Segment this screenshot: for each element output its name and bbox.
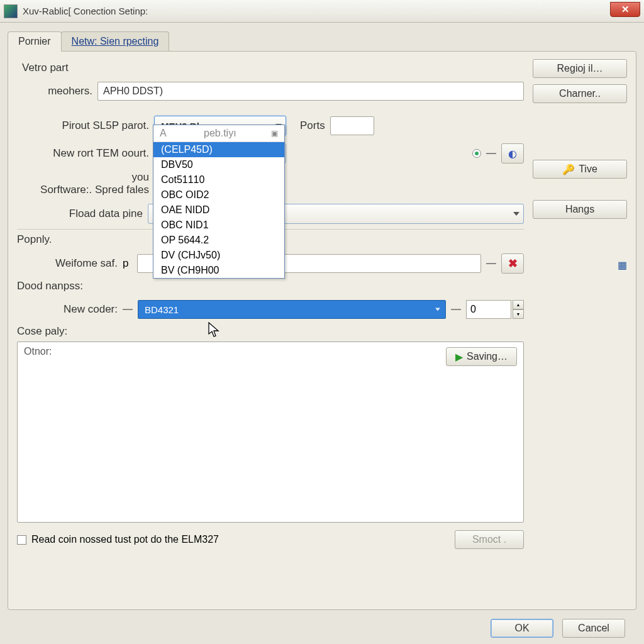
dropdown-option[interactable]: OBC NID1	[153, 218, 284, 233]
grid-icon[interactable]: ▦	[618, 259, 627, 271]
charner-button[interactable]: Charner..	[533, 84, 627, 103]
side-column: Regioj il… Charner.. 🔑 Tive Hangs ▦	[533, 59, 627, 603]
saving-button[interactable]: ▶ Saving…	[446, 347, 517, 366]
group-vetro: Vetro part	[22, 62, 524, 74]
spin-up[interactable]: ▲	[513, 300, 524, 309]
dropdown-option[interactable]: Cot51110	[153, 172, 284, 187]
label-meohers: meohers.	[17, 85, 92, 97]
dropdown-option[interactable]: OP 5644.2	[153, 233, 284, 248]
group-dood: Dood nanpss:	[17, 280, 524, 292]
radio-option[interactable]	[472, 149, 481, 158]
dialog-window: Xuv-Rablic[ Conection Setinp: Pornier Ne…	[0, 0, 644, 644]
coder-combo[interactable]: BD4321	[138, 300, 446, 319]
close-button[interactable]	[610, 2, 640, 17]
label-fload: Fload data pine	[17, 208, 143, 220]
label-software: Sorftware:. Spred fales	[17, 184, 149, 196]
dropdown-option[interactable]: DBV50	[153, 157, 284, 172]
client-area: Pornier Netw: Sien rpecting Vetro part m…	[0, 23, 644, 644]
label-newcoder: New coder:	[17, 303, 118, 316]
chevron-down-icon	[513, 212, 519, 216]
label-ports: Ports	[300, 119, 325, 132]
label-weifome: Weifome saf.	[17, 257, 118, 270]
coder-combo-value: BD4321	[145, 304, 179, 315]
tab-strip: Pornier Netw: Sien rpecting	[8, 31, 636, 51]
regio-button[interactable]: Regioj il…	[533, 59, 627, 78]
form-column: Vetro part meohers. Pirout SL5P parot. M…	[17, 59, 524, 603]
tab-netw[interactable]: Netw: Sien rpecting	[61, 31, 170, 51]
dropdown-list: A peb.tiyı ▣ (CELP45D) DBV50 Cot51110 OB…	[153, 125, 285, 279]
spin-input[interactable]	[466, 300, 511, 319]
dropdown-header: A peb.tiyı ▣	[153, 125, 284, 142]
dropdown-option[interactable]: (CELP45D)	[153, 142, 284, 157]
hangs-button[interactable]: Hangs	[533, 200, 627, 219]
elm327-checkbox[interactable]	[17, 535, 26, 545]
smoct-button[interactable]: Smoct .	[455, 530, 524, 549]
key-icon: 🔑	[562, 164, 575, 175]
clear-button[interactable]: ✖	[501, 253, 524, 274]
dropdown-option[interactable]: BV (CH9H00	[153, 263, 284, 278]
label-you: you	[17, 171, 149, 184]
dropdown-option[interactable]: DV (CHJv50)	[153, 248, 284, 263]
titlebar: Xuv-Rablic[ Conection Setinp:	[0, 0, 644, 23]
meohers-input[interactable]	[97, 82, 524, 101]
label-pirout: Pirout SL5P parot.	[17, 119, 149, 132]
tab-pornier[interactable]: Pornier	[8, 31, 62, 52]
dialog-footer: OK Cancel	[8, 610, 636, 638]
cose-textarea[interactable]: Otnor: ▶ Saving…	[17, 341, 524, 523]
ok-button[interactable]: OK	[491, 619, 553, 638]
play-icon: ▶	[455, 351, 463, 363]
dropdown-option[interactable]: OAE NIDD	[153, 203, 284, 218]
label-otnor: Otnor:	[24, 346, 52, 357]
window-title: Xuv-Rablic[ Conection Setinp:	[23, 6, 148, 16]
chevron-down-icon	[435, 308, 440, 311]
tive-button[interactable]: 🔑 Tive	[533, 160, 627, 179]
spin-control: ▲ ▼	[466, 300, 524, 319]
x-icon: ✖	[508, 257, 518, 270]
checkbox-label: Read coin nossed tust pot do the ELM327	[31, 534, 219, 545]
moon-button[interactable]: ◐	[501, 143, 524, 164]
group-cose: Cose paly:	[17, 325, 524, 338]
dropdown-option[interactable]: OBC OID2	[153, 187, 284, 203]
label-newport: New rort TEM oourt.	[17, 147, 149, 160]
weifome-p: p	[123, 257, 128, 270]
app-icon	[4, 4, 18, 18]
ports-input[interactable]	[330, 116, 374, 135]
spin-down[interactable]: ▼	[513, 309, 524, 319]
cancel-button[interactable]: Cancel	[562, 619, 625, 638]
moon-icon: ◐	[508, 148, 517, 160]
tab-panel: Vetro part meohers. Pirout SL5P parot. M…	[8, 51, 636, 610]
